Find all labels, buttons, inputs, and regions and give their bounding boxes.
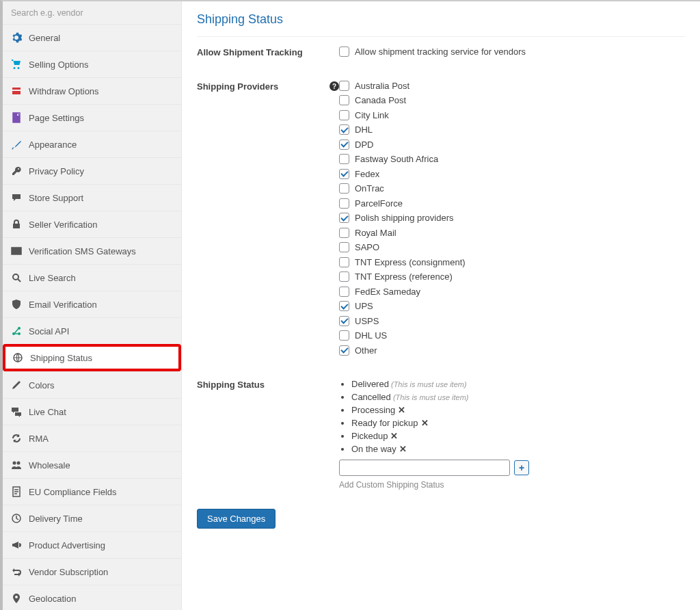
provider-checkbox[interactable] [339,81,349,91]
provider-label[interactable]: Royal Mail [355,228,396,238]
sidebar-item-privacy-policy[interactable]: Privacy Policy [3,157,181,184]
sidebar-item-vendor-subscription[interactable]: Vendor Subscription [3,558,181,585]
save-button[interactable]: Save Changes [197,509,275,529]
withdraw-icon [11,85,22,96]
sidebar-item-label: Shipping Status [30,353,92,363]
checkbox-allow-tracking-label[interactable]: Allow shipment tracking service for vend… [355,47,526,57]
status-list: Delivered (This is must use item)Cancell… [339,379,685,454]
sidebar-item-label: Live Chat [29,407,66,417]
sidebar-item-store-support[interactable]: Store Support [3,184,181,211]
sidebar-item-wholesale[interactable]: Wholesale [3,451,181,478]
sidebar-item-general[interactable]: General [3,24,181,51]
remove-status-icon[interactable]: ✕ [390,431,398,441]
provider-checkbox[interactable] [339,198,349,209]
sidebar-item-page-settings[interactable]: Page Settings [3,104,181,131]
help-icon[interactable]: ? [329,81,339,91]
sidebar-item-eu-compliance-fields[interactable]: EU Compliance Fields [3,478,181,505]
provider-label[interactable]: Australia Post [355,81,409,91]
sidebar-item-label: Email Verification [29,300,97,310]
provider-label[interactable]: FedEx Sameday [355,287,420,297]
sidebar-item-label: RMA [29,434,49,444]
provider-checkbox[interactable] [339,110,349,120]
sidebar-item-selling-options[interactable]: Selling Options [3,51,181,77]
sidebar-item-seller-verification[interactable]: Seller Verification [3,211,181,237]
add-status-button[interactable]: + [514,460,529,475]
label-allow-tracking: Allow Shipment Tracking [197,47,339,57]
provider-checkbox[interactable] [339,95,349,105]
chat-icon [11,192,22,203]
status-item: Ready for pickup✕ [351,418,685,428]
status-item: Cancelled (This is must use item) [351,392,685,402]
sidebar-item-live-search[interactable]: Live Search [3,264,181,291]
provider-checkbox[interactable] [339,124,349,135]
provider-checkbox[interactable] [339,140,349,150]
sidebar-item-rma[interactable]: RMA [3,425,181,451]
provider-label[interactable]: TNT Express (reference) [355,271,453,282]
svg-point-2 [13,274,18,280]
provider-label[interactable]: USPS [355,316,379,326]
provider-checkbox[interactable] [339,183,349,194]
chats-icon [11,406,22,417]
sidebar-item-shipping-status[interactable]: Shipping Status [3,344,181,371]
sidebar-item-verification-sms-gateways[interactable]: Verification SMS Gateways [3,237,181,264]
provider-checkbox[interactable] [339,345,349,356]
provider-label[interactable]: DHL US [355,330,387,341]
pin-icon [11,593,22,604]
sidebar-item-email-verification[interactable]: Email Verification [3,291,181,317]
provider-checkbox[interactable] [339,330,349,341]
remove-status-icon[interactable]: ✕ [398,405,405,415]
provider-checkbox[interactable] [339,301,349,311]
provider-label[interactable]: UPS [355,301,373,311]
provider-label[interactable]: Polish shipping providers [355,213,454,223]
provider-checkbox[interactable] [339,242,349,252]
provider-label[interactable]: SAPO [355,242,379,252]
provider-label[interactable]: ParcelForce [355,198,403,209]
provider-checkbox[interactable] [339,154,349,164]
main-panel: Shipping Status Allow Shipment Tracking … [182,1,700,610]
provider-checkbox[interactable] [339,257,349,267]
provider-label[interactable]: OnTrac [355,183,384,194]
provider-label[interactable]: City Link [355,110,389,120]
custom-status-input[interactable] [339,460,510,476]
sidebar-item-withdraw-options[interactable]: Withdraw Options [3,77,181,104]
provider-label[interactable]: Canada Post [355,95,406,105]
provider-checkbox[interactable] [339,228,349,238]
provider-label[interactable]: Fedex [355,169,379,179]
sidebar-item-delivery-time[interactable]: Delivery Time [3,505,181,531]
sidebar-item-product-advertising[interactable]: Product Advertising [3,531,181,558]
svg-point-8 [17,462,21,465]
provider-label[interactable]: DHL [355,124,373,135]
checkbox-allow-tracking[interactable] [339,47,349,57]
page-icon [11,112,22,123]
search-input[interactable] [11,8,173,18]
sidebar-item-label: Vendor Subscription [29,567,108,577]
provider-checkbox[interactable] [339,316,349,326]
provider-label[interactable]: TNT Express (consignment) [355,257,466,267]
provider-checkbox[interactable] [339,271,349,282]
provider-label[interactable]: Fastway South Africa [355,154,438,164]
remove-status-icon[interactable]: ✕ [421,418,429,428]
pencil-icon [11,380,22,390]
sidebar-item-geolocation[interactable]: Geolocation [3,585,181,610]
sidebar-item-appearance[interactable]: Appearance [3,131,181,157]
gear-icon [11,32,22,43]
sidebar-item-label: Privacy Policy [29,166,84,176]
page-title: Shipping Status [197,12,685,37]
provider-checkbox[interactable] [339,287,349,297]
must-use-hint: (This is must use item) [391,393,469,401]
settings-sidebar: GeneralSelling OptionsWithdraw OptionsPa… [3,1,182,610]
doc-icon [11,486,22,497]
remove-status-icon[interactable]: ✕ [399,444,407,454]
svg-point-7 [13,462,16,465]
provider-checkbox[interactable] [339,169,349,179]
sidebar-item-live-chat[interactable]: Live Chat [3,398,181,425]
sidebar-item-label: Verification SMS Gateways [29,246,136,256]
provider-label[interactable]: Other [355,345,377,356]
brush-icon [11,139,22,150]
sidebar-item-label: Withdraw Options [29,86,99,96]
provider-label[interactable]: DPD [355,140,373,150]
sidebar-item-social-api[interactable]: Social API [3,317,181,344]
sidebar-item-label: Appearance [29,140,77,150]
sidebar-item-colors[interactable]: Colors [3,371,181,398]
provider-checkbox[interactable] [339,213,349,223]
